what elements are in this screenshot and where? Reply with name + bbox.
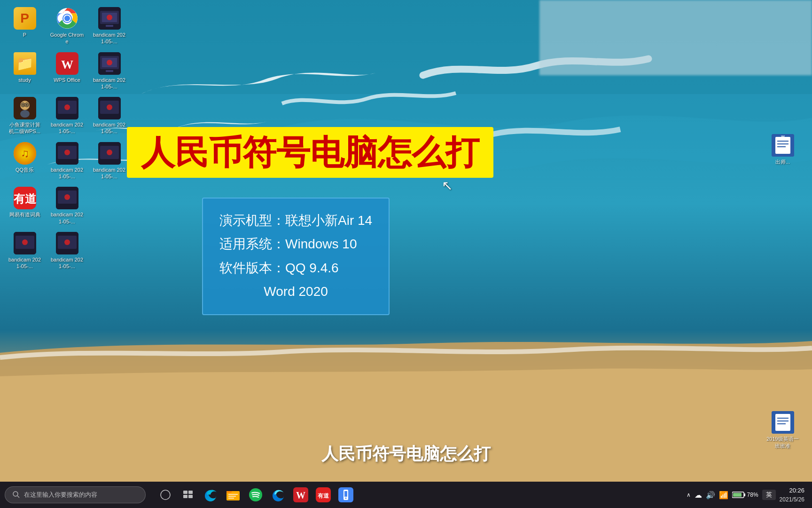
cursor: ↖ xyxy=(442,178,453,193)
bandicam8-label: bandicam 2021-05-... xyxy=(7,256,42,270)
svg-point-23 xyxy=(20,110,30,118)
taskbar-spotify[interactable] xyxy=(245,484,266,505)
svg-rect-9 xyxy=(106,25,113,27)
study-label: study xyxy=(18,77,31,83)
desktop-icon-study[interactable]: 📁 study xyxy=(5,50,45,86)
svg-point-50 xyxy=(64,239,70,245)
xiaoyuke-label: 小鱼课堂计算机二级WPS... xyxy=(7,121,42,135)
desktop-icon-youdao[interactable]: 有道 网易有道词典 xyxy=(5,184,45,220)
svg-rect-61 xyxy=(777,423,786,424)
svg-rect-58 xyxy=(775,414,790,431)
icon-row-2: 📁 study W WPS Office xyxy=(5,50,129,93)
svg-point-31 xyxy=(107,104,112,110)
language-indicator[interactable]: 英 xyxy=(762,490,776,500)
svg-rect-59 xyxy=(777,418,789,419)
bandicam5-label: bandicam 2021-05-... xyxy=(49,167,85,180)
search-placeholder-text: 在这里输入你要搜索的内容 xyxy=(24,491,97,499)
icon-row-3: 小鱼课堂计算机二级WPS... bandicam 2021-05-... b xyxy=(5,95,129,137)
desktop-icon-bandicam1[interactable]: bandicam 2021-05-... xyxy=(89,5,129,48)
battery-percent: 78% xyxy=(747,492,758,498)
svg-point-28 xyxy=(64,104,70,110)
taskbar-task-view[interactable] xyxy=(178,484,198,505)
svg-point-36 xyxy=(64,150,70,155)
svg-rect-67 xyxy=(183,495,187,498)
icon-row-1: P P Google Chrome xyxy=(5,5,129,48)
svg-rect-83 xyxy=(744,493,745,496)
taskbar-edge[interactable] xyxy=(200,484,221,505)
svg-point-44 xyxy=(64,194,70,200)
svg-text:有道: 有道 xyxy=(14,192,36,205)
desktop-icon-bandicam2[interactable]: bandicam 2021-05-... xyxy=(89,50,129,93)
taskbar-youdao[interactable]: 有道 xyxy=(313,484,334,505)
icon-row-5: 有道 网易有道词典 bandicam 2021-05-... xyxy=(5,184,129,227)
desktop-icon-wps[interactable]: W WPS Office xyxy=(47,50,87,86)
svg-point-39 xyxy=(107,150,112,155)
desktop-icon-qqmusic[interactable]: ♫ QQ音乐 xyxy=(5,140,45,175)
svg-rect-52 xyxy=(775,137,790,154)
desktop-icon-bandicam9[interactable]: bandicam 2021-05-... xyxy=(47,230,87,272)
system-clock[interactable]: 20:26 2021/5/26 xyxy=(780,486,806,504)
desktop-icon-area: P P Google Chrome xyxy=(5,5,129,272)
svg-rect-70 xyxy=(228,494,238,495)
svg-rect-71 xyxy=(228,496,236,497)
icon-row-6: bandicam 2021-05-... bandicam 2021-05-..… xyxy=(5,230,129,272)
tray-speaker[interactable]: 🔊 xyxy=(706,491,715,500)
taskbar-circle-btn[interactable] xyxy=(155,484,176,505)
svg-line-63 xyxy=(17,496,19,498)
bandicam2-label: bandicam 2021-05-... xyxy=(92,77,127,90)
desktop-icon-bandicam3[interactable]: bandicam 2021-05-... xyxy=(47,95,87,137)
desktop-icon-chushi[interactable]: W 出师... xyxy=(763,132,803,167)
svg-text:有道: 有道 xyxy=(317,492,329,499)
tray-cloud[interactable]: ☁ xyxy=(695,491,702,500)
svg-rect-16 xyxy=(106,70,113,72)
desktop-icon-xiaoyuke[interactable]: 小鱼课堂计算机二级WPS... xyxy=(5,95,45,137)
wps-label: WPS Office xyxy=(54,77,80,83)
desktop-icon-bandicam6[interactable]: bandicam 2021-05-... xyxy=(89,140,129,183)
svg-point-24 xyxy=(22,104,24,106)
main-title-banner: 人民币符号电脑怎么打 xyxy=(127,127,493,178)
chrome-label: Google Chrome xyxy=(49,32,85,45)
tray-network[interactable]: 📶 xyxy=(719,491,728,500)
svg-text:W: W xyxy=(781,135,785,139)
info-box: 演示机型：联想小新Air 14 适用系统：Windows 10 软件版本：QQ … xyxy=(202,198,390,315)
svg-rect-72 xyxy=(228,498,234,499)
svg-point-64 xyxy=(161,490,170,500)
clock-date: 2021/5/26 xyxy=(780,495,804,504)
youdao-label: 网易有道词典 xyxy=(9,211,40,218)
info-line-4: Word 2020 xyxy=(219,280,372,303)
bandicam6-label: bandicam 2021-05-... xyxy=(92,167,127,180)
desktop-icon-bandicam7[interactable]: bandicam 2021-05-... xyxy=(47,184,87,227)
right-icon-area: W 出师... xyxy=(763,132,803,167)
search-icon xyxy=(13,491,20,499)
svg-rect-54 xyxy=(777,143,789,144)
clock-time: 20:26 xyxy=(780,486,804,495)
top-right-overlay xyxy=(539,0,812,75)
bandicam9-label: bandicam 2021-05-... xyxy=(49,256,85,270)
svg-rect-80 xyxy=(344,491,347,497)
bandicam3-label: bandicam 2021-05-... xyxy=(49,121,85,135)
taskbar-apps: W 有道 xyxy=(155,484,356,505)
desktop-icon-bandicam8[interactable]: bandicam 2021-05-... xyxy=(5,230,45,272)
english-label: 2019级英语一班班准 xyxy=(765,436,800,449)
taskbar-phone[interactable] xyxy=(336,484,356,505)
svg-point-47 xyxy=(22,239,28,245)
desktop-icon-chrome[interactable]: Google Chrome xyxy=(47,5,87,48)
subtitle-text: 人民币符号电脑怎么打 xyxy=(321,443,491,466)
svg-point-15 xyxy=(107,60,112,65)
svg-rect-68 xyxy=(188,495,193,498)
icon-row-4: ♫ QQ音乐 bandicam 2021-05-... xyxy=(5,140,129,183)
taskbar-file-explorer[interactable] xyxy=(223,484,243,505)
svg-point-4 xyxy=(64,16,70,21)
taskbar-search[interactable]: 在这里输入你要搜索的内容 xyxy=(5,486,146,503)
desktop-icon-p[interactable]: P P xyxy=(5,5,45,40)
tray-expand[interactable]: ∧ xyxy=(687,492,691,498)
svg-text:♫: ♫ xyxy=(21,147,29,159)
taskbar-wps[interactable]: W xyxy=(290,484,311,505)
desktop-icon-bandicam5[interactable]: bandicam 2021-05-... xyxy=(47,140,87,183)
desktop-icon-bandicam4[interactable]: bandicam 2021-05-... xyxy=(89,95,129,137)
bandicam4-label: bandicam 2021-05-... xyxy=(92,121,127,135)
battery-indicator[interactable]: 78% xyxy=(732,492,758,498)
icon-label: P xyxy=(23,32,26,38)
desktop-icon-english[interactable]: 2019级英语一班班准 xyxy=(763,409,803,452)
taskbar-edge2[interactable] xyxy=(268,484,289,505)
